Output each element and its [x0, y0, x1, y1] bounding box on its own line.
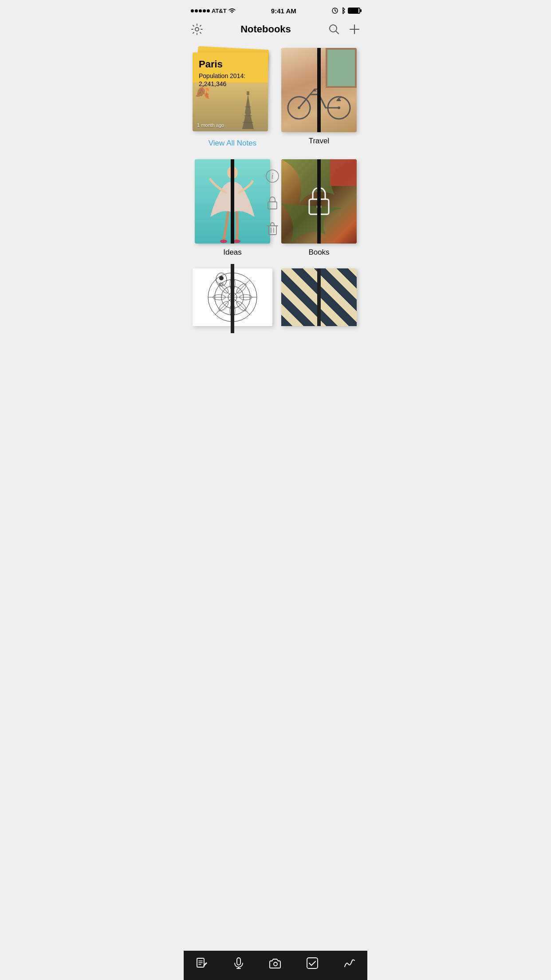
view-all-notes-label[interactable]: View All Notes: [209, 139, 256, 148]
trash-button[interactable]: [264, 221, 280, 237]
travel-cover: [281, 48, 357, 132]
battery-icon: [348, 8, 360, 14]
signal-dots: [191, 9, 210, 12]
status-right: [332, 7, 360, 14]
books-cover: [281, 159, 357, 244]
signal-dot: [203, 9, 206, 12]
notebook-cell-mandala[interactable]: [189, 264, 276, 333]
mandala-band-wrapper: [193, 268, 272, 326]
notebook-band-books: [317, 159, 321, 244]
search-button[interactable]: [328, 24, 340, 35]
notebook-cell-books[interactable]: Books: [276, 155, 362, 264]
mandala-cover: [193, 268, 272, 326]
lock-rotation-icon: [332, 8, 338, 14]
svg-rect-3: [247, 91, 249, 95]
svg-point-9: [220, 240, 227, 243]
nav-bar: Notebooks: [184, 20, 367, 39]
geometric-cover: [281, 268, 357, 326]
battery-fill: [349, 8, 358, 13]
svg-point-10: [233, 240, 240, 243]
notebook-cell-ideas[interactable]: i Ideas: [189, 155, 276, 264]
eiffel-tower-icon: [237, 91, 259, 131]
status-left: AT&T: [191, 8, 236, 14]
notebook-cell-travel[interactable]: Travel: [276, 43, 362, 155]
notebook-band-geometric: [317, 268, 321, 326]
svg-text:i: i: [271, 172, 273, 181]
context-menu: i: [264, 168, 280, 237]
svg-rect-13: [268, 202, 277, 209]
svg-point-1: [195, 28, 199, 31]
nav-right-actions: [328, 24, 360, 35]
notebook-band-travel: [317, 48, 321, 132]
add-button[interactable]: [349, 24, 360, 35]
notebook-band-mandala: [231, 268, 234, 326]
signal-dot: [191, 9, 194, 12]
status-time: 9:41 AM: [271, 7, 296, 15]
ideas-label: Ideas: [223, 248, 242, 257]
bluetooth-icon: [341, 7, 345, 14]
svg-rect-14: [268, 226, 276, 235]
note-city: Paris: [199, 59, 262, 70]
page-title: Notebooks: [240, 24, 291, 35]
signal-dot: [199, 9, 202, 12]
settings-button[interactable]: [191, 23, 203, 35]
carrier-label: AT&T: [212, 8, 227, 14]
lock-button[interactable]: [264, 195, 280, 211]
notebooks-grid: Paris Population 2014: 2,241,346 🍂: [184, 39, 367, 338]
note-population-label: Population 2014: 2,241,346: [199, 72, 262, 88]
note-time: 1 month ago: [197, 122, 224, 128]
info-button[interactable]: i: [264, 168, 280, 184]
status-bar: AT&T 9:41 AM: [184, 0, 367, 20]
signal-dot: [195, 9, 198, 12]
wifi-icon: [228, 8, 236, 13]
ideas-cover: [195, 159, 270, 244]
notebook-cell-all-notes[interactable]: Paris Population 2014: 2,241,346 🍂: [189, 43, 276, 155]
books-label: Books: [308, 248, 329, 257]
all-notes-stack: Paris Population 2014: 2,241,346 🍂: [193, 48, 272, 134]
signal-dot: [207, 9, 210, 12]
notebook-band-ideas: [231, 159, 234, 244]
note-card-front: Paris Population 2014: 2,241,346 🍂: [193, 52, 268, 131]
note-card-text: Paris Population 2014: 2,241,346: [193, 52, 268, 91]
travel-label: Travel: [309, 137, 330, 146]
page-content: Paris Population 2014: 2,241,346 🍂: [184, 39, 367, 373]
notebook-cell-geometric[interactable]: [276, 264, 362, 333]
